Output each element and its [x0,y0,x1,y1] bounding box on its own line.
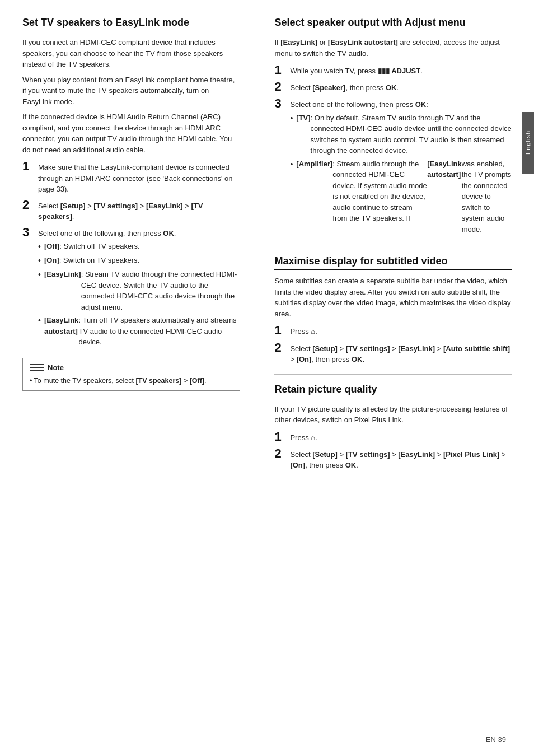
right-section-2: Maximise display for subtitled video Som… [274,255,512,365]
adjust-icon: ▮▮▮ [378,67,390,75]
right-s1-step-2: 2 Select [Speaker], then press OK. [274,80,512,94]
right-s2-step-2-text: Select [Setup] > [TV settings] > [EasyLi… [290,341,512,365]
left-step-1-text: Make sure that the EasyLink-compliant de… [38,160,240,195]
right-section-2-title: Maximise display for subtitled video [274,255,512,270]
right-section-3-title: Retain picture quality [274,384,512,398]
note-icon [30,363,44,373]
left-step-3-content: Select one of the following, then press … [38,226,240,350]
home-icon-2: ⌂ [311,433,315,442]
left-intro-p3: If the connected device is HDMI Audio Re… [22,111,240,155]
right-section-1-steps: 1 While you watch TV, press ▮▮▮ ADJUST. … [274,63,512,237]
note-label: Note [48,363,64,372]
right-s1-step-1: 1 While you watch TV, press ▮▮▮ ADJUST. [274,63,512,77]
right-column: Select speaker output with Adjust menu I… [257,17,512,739]
right-s3-step-2: 2 Select [Setup] > [TV settings] > [Easy… [274,447,512,471]
right-s2-step-2-num: 2 [274,341,290,354]
left-step-3-text: Select one of the following, then press … [38,229,176,237]
left-bullet-4: [EasyLink autostart]: Turn off TV speake… [38,315,240,348]
right-section-2-steps: 1 Press ⌂. 2 Select [Setup] > [TV settin… [274,324,512,365]
left-bullet-1: [Off]: Switch off TV speakers. [38,241,240,253]
left-step-2-text: Select [Setup] > [TV settings] > [EasyLi… [38,198,240,222]
right-s1-bullets: [TV]: On by default. Stream TV audio thr… [290,113,512,235]
right-s1-bullet-2: [Amplifier]: Stream audio through the co… [290,158,512,235]
left-steps-list: 1 Make sure that the EasyLink-compliant … [22,160,240,350]
right-s2-step-1: 1 Press ⌂. [274,324,512,337]
right-section-1-intro: If [EasyLink] or [EasyLink autostart] ar… [274,37,512,59]
left-intro-p1: If you connect an HDMI-CEC compliant dev… [22,37,240,70]
left-step-1-num: 1 [22,160,38,173]
left-section-title: Set TV speakers to EasyLink mode [22,17,240,31]
right-s1-step-3-num: 3 [274,97,290,110]
right-s2-step-2: 2 Select [Setup] > [TV settings] > [Easy… [274,341,512,365]
side-tab-label: English [524,130,531,155]
right-section-3-steps: 1 Press ⌂. 2 Select [Setup] > [TV settin… [274,430,512,471]
right-s2-step-1-text: Press ⌂. [290,324,512,337]
right-s2-step-1-num: 1 [274,324,290,337]
left-step-3-num: 3 [22,226,38,239]
right-s1-step-3: 3 Select one of the following, then pres… [274,97,512,237]
right-section-3: Retain picture quality If your TV pictur… [274,384,512,471]
note-content: • To mute the TV speakers, select [TV sp… [30,376,233,386]
note-icon-line-1 [30,364,44,366]
right-section-1-title: Select speaker output with Adjust menu [274,17,512,31]
note-header: Note [30,363,233,373]
side-tab: English [522,112,534,174]
right-section-1: Select speaker output with Adjust menu I… [274,17,512,237]
right-s1-step-2-text: Select [Speaker], then press OK. [290,80,512,94]
right-s3-step-2-text: Select [Setup] > [TV settings] > [EasyLi… [290,447,512,471]
left-step-3: 3 Select one of the following, then pres… [22,226,240,350]
right-s1-step-3-text: Select one of the following, then press … [290,100,428,109]
right-s1-bullet-1: [TV]: On by default. Stream TV audio thr… [290,113,512,156]
right-s1-step-3-content: Select one of the following, then press … [290,97,512,237]
note-icon-line-3 [30,370,44,372]
right-s1-step-2-num: 2 [274,80,290,94]
right-s3-step-1: 1 Press ⌂. [274,430,512,444]
left-step-2-num: 2 [22,198,38,212]
right-s1-step-1-num: 1 [274,63,290,77]
right-section-2-intro: Some subtitles can create a separate sub… [274,276,512,319]
left-bullet-3: [EasyLink]: Stream TV audio through the … [38,269,240,312]
divider-2 [274,374,512,375]
right-s1-step-1-text: While you watch TV, press ▮▮▮ ADJUST. [290,63,512,77]
note-box: Note • To mute the TV speakers, select [… [22,358,240,391]
page-footer: EN 39 [486,735,506,744]
left-bullet-2: [On]: Switch on TV speakers. [38,255,240,267]
right-s3-step-2-num: 2 [274,447,290,460]
right-section-3-intro: If your TV picture quality is affected b… [274,404,512,426]
divider-1 [274,246,512,246]
page: English Set TV speakers to EasyLink mode… [0,0,534,756]
home-icon-1: ⌂ [311,327,315,335]
left-step3-bullets: [Off]: Switch off TV speakers. [On]: Swi… [38,241,240,348]
left-step-2: 2 Select [Setup] > [TV settings] > [Easy… [22,198,240,222]
right-s3-step-1-num: 1 [274,430,290,444]
left-column: Set TV speakers to EasyLink mode If you … [22,17,257,739]
left-intro-p2: When you play content from an EasyLink c… [22,74,240,108]
left-step-1: 1 Make sure that the EasyLink-compliant … [22,160,240,195]
note-icon-line-2 [30,367,44,368]
right-s3-step-1-text: Press ⌂. [290,430,512,444]
